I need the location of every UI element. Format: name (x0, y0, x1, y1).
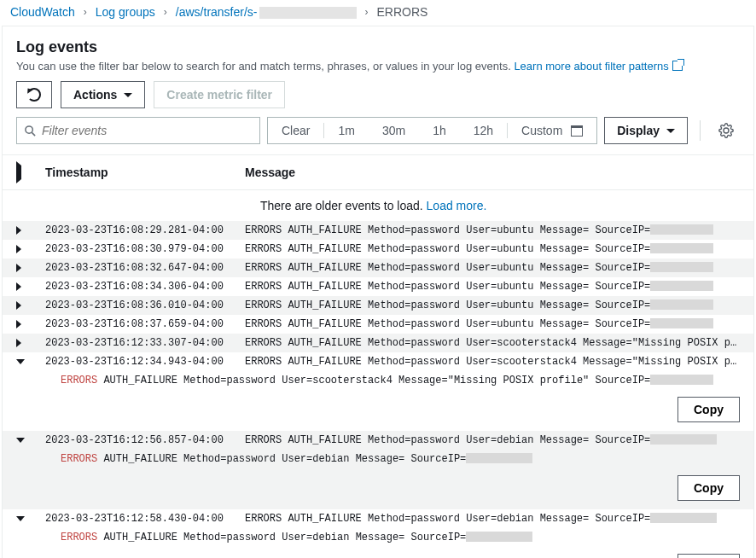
log-events-panel: Log events You can use the filter bar be… (2, 26, 754, 558)
expand-toggle[interactable] (16, 226, 45, 235)
table-row: 2023-03-23T16:12:56.857-04:00 ERRORS AUT… (3, 431, 753, 450)
timestamp: 2023-03-23T16:08:36.010-04:00 (45, 299, 245, 311)
redacted-text (650, 262, 713, 272)
range-1m-button[interactable]: 1m (324, 118, 368, 143)
chevron-right-icon (16, 339, 21, 347)
collapse-toggle[interactable] (16, 516, 45, 521)
message-detail: ERRORS AUTH_FAILURE Method=password User… (3, 528, 753, 549)
actions-label: Actions (73, 88, 117, 102)
calendar-icon (571, 125, 583, 137)
redacted-text (650, 299, 713, 310)
breadcrumb-path[interactable]: /aws/transfer/s- (176, 5, 357, 19)
column-message: Message (245, 166, 740, 179)
page-title: Log events (16, 38, 740, 56)
log-rows: 2023-03-23T16:08:29.281-04:00 ERRORS AUT… (3, 221, 753, 558)
chevron-right-icon (16, 320, 21, 328)
message-detail: ERRORS AUTH_FAILURE Method=password User… (3, 371, 753, 392)
svg-point-0 (26, 126, 32, 133)
chevron-down-icon (16, 359, 25, 364)
copy-button[interactable]: Copy (677, 475, 740, 501)
message: ERRORS AUTH_FAILURE Method=password User… (245, 262, 740, 274)
message-detail: ERRORS AUTH_FAILURE Method=password User… (3, 450, 753, 470)
copy-row: Copy (3, 549, 753, 558)
expand-toggle[interactable] (16, 282, 45, 291)
redacted-text (650, 375, 713, 385)
redacted-text (650, 281, 713, 291)
message: ERRORS AUTH_FAILURE Method=password User… (245, 318, 740, 330)
redacted-text (650, 434, 717, 445)
load-more-link[interactable]: Load more. (427, 199, 487, 212)
chevron-down-icon (16, 438, 25, 443)
chevron-right-icon (16, 245, 21, 253)
redacted-text (259, 7, 357, 19)
learn-more-link[interactable]: Learn more about filter patterns (514, 60, 682, 73)
expand-toggle[interactable] (16, 301, 45, 310)
gear-icon (718, 123, 734, 138)
chevron-down-icon (124, 93, 132, 97)
actions-button[interactable]: Actions (61, 81, 145, 108)
range-30m-button[interactable]: 30m (369, 118, 419, 143)
page-subtitle: You can use the filter bar below to sear… (16, 60, 740, 73)
breadcrumb-loggroups[interactable]: Log groups (96, 5, 155, 19)
expand-toggle[interactable] (16, 264, 45, 272)
breadcrumb-cloudwatch[interactable]: CloudWatch (10, 5, 75, 19)
message: ERRORS AUTH_FAILURE Method=password User… (245, 299, 740, 311)
settings-button[interactable] (712, 117, 740, 144)
message: ERRORS AUTH_FAILURE Method=password User… (245, 224, 740, 236)
copy-button[interactable]: Copy (677, 397, 740, 422)
custom-label: Custom (521, 124, 562, 137)
timestamp: 2023-03-23T16:12:56.857-04:00 (45, 434, 245, 446)
collapse-toggle[interactable] (16, 359, 45, 364)
message: ERRORS AUTH_FAILURE Method=password User… (245, 281, 740, 293)
table-row: 2023-03-23T16:12:58.430-04:00 ERRORS AUT… (3, 509, 753, 528)
clear-range-button[interactable]: Clear (268, 118, 323, 143)
chevron-right-icon (16, 161, 21, 183)
range-1h-button[interactable]: 1h (419, 118, 460, 143)
search-icon (24, 125, 37, 137)
redacted-text (466, 453, 532, 463)
expand-all-toggle[interactable] (16, 166, 45, 179)
chevron-right-icon (16, 301, 21, 310)
filter-events-field[interactable] (16, 117, 260, 144)
display-button[interactable]: Display (604, 117, 688, 144)
table-row: 2023-03-23T16:12:34.943-04:00 ERRORS AUT… (3, 352, 753, 371)
redacted-text (650, 513, 717, 523)
time-range-segment: Clear 1m 30m 1h 12h Custom (267, 117, 597, 144)
older-events-notice: There are older events to load. Load mor… (3, 190, 753, 221)
timestamp: 2023-03-23T16:08:37.659-04:00 (45, 318, 245, 330)
table-row: 2023-03-23T16:08:37.659-04:00 ERRORS AUT… (3, 315, 753, 334)
redacted-text (650, 318, 713, 328)
range-12h-button[interactable]: 12h (460, 118, 507, 143)
chevron-right-icon (16, 226, 21, 235)
message: ERRORS AUTH_FAILURE Method=password User… (245, 356, 740, 368)
collapse-toggle[interactable] (16, 438, 45, 443)
message: ERRORS AUTH_FAILURE Method=password User… (245, 513, 740, 525)
expand-toggle[interactable] (16, 339, 45, 347)
timestamp: 2023-03-23T16:12:33.307-04:00 (45, 337, 245, 349)
breadcrumb-path-prefix: /aws/transfer/s- (176, 5, 258, 19)
error-label: ERRORS (61, 532, 97, 543)
refresh-button[interactable] (16, 81, 52, 108)
timestamp: 2023-03-23T16:08:34.306-04:00 (45, 281, 245, 293)
copy-row: Copy (3, 470, 753, 509)
timestamp: 2023-03-23T16:12:34.943-04:00 (45, 356, 245, 368)
expand-toggle[interactable] (16, 320, 45, 328)
range-custom-button[interactable]: Custom (508, 118, 596, 143)
create-metric-filter-button: Create metric filter (154, 81, 285, 108)
table-row: 2023-03-23T16:08:30.979-04:00 ERRORS AUT… (3, 240, 753, 259)
timestamp: 2023-03-23T16:08:29.281-04:00 (45, 224, 245, 236)
table-row: 2023-03-23T16:08:29.281-04:00 ERRORS AUT… (3, 221, 753, 240)
chevron-down-icon (666, 129, 675, 133)
older-text: There are older events to load. (260, 199, 427, 212)
filter-events-input[interactable] (37, 123, 253, 138)
expand-toggle[interactable] (16, 245, 45, 253)
svg-line-1 (32, 132, 35, 136)
table-row: 2023-03-23T16:08:32.647-04:00 ERRORS AUT… (3, 259, 753, 277)
chevron-down-icon (16, 516, 25, 521)
copy-button[interactable]: Copy (677, 554, 740, 558)
table-row: 2023-03-23T16:08:36.010-04:00 ERRORS AUT… (3, 296, 753, 315)
table-header: Timestamp Message (3, 154, 753, 190)
display-label: Display (617, 124, 660, 137)
timestamp: 2023-03-23T16:12:58.430-04:00 (45, 513, 245, 525)
chevron-right-icon: › (162, 6, 169, 18)
